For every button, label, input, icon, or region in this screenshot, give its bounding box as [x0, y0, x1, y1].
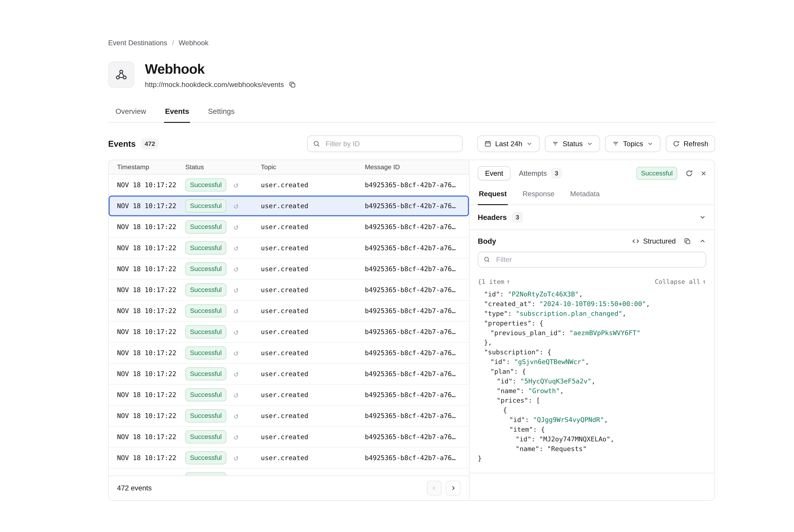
status-filter-label: Status [563, 140, 583, 148]
retry-icon[interactable]: ↺ [234, 412, 239, 420]
row-timestamp: NOV 18 10:17:22 [109, 391, 185, 399]
table-row[interactable]: NOV 18 10:17:22 Successful ↺ user.create… [109, 195, 469, 216]
event-tab[interactable]: Event [478, 166, 511, 180]
subtab-request[interactable]: Request [478, 185, 508, 205]
prev-page-button[interactable] [427, 481, 442, 495]
retry-icon[interactable]: ↺ [234, 433, 239, 441]
retry-icon[interactable]: ↺ [234, 265, 239, 273]
row-topic: user.created [261, 370, 365, 378]
retry-icon[interactable]: ↺ [234, 307, 239, 315]
row-topic: user.created [261, 412, 365, 420]
row-status-badge: Successful [185, 283, 226, 297]
close-panel-button[interactable]: × [701, 169, 706, 178]
retry-icon[interactable]: ↺ [234, 181, 239, 189]
json-viewer-lines: "id": "P2NoRtyZoTc46X3B","created_at": "… [478, 289, 706, 463]
row-status-cell: Successful ↺ [185, 346, 261, 359]
json-line: "created_at": "2024-10-10T09:15:50+00:00… [478, 299, 706, 309]
retry-icon[interactable]: ↺ [234, 454, 239, 462]
subtab-response[interactable]: Response [522, 185, 555, 205]
url-row: http://mock.hookdeck.com/webhooks/events [145, 81, 296, 89]
calendar-icon [484, 140, 491, 147]
structured-view-toggle[interactable]: Structured [632, 237, 676, 245]
row-topic: user.created [261, 286, 365, 294]
event-status-badge: Successful [636, 167, 677, 180]
row-timestamp: NOV 18 10:17:22 [109, 202, 185, 210]
time-range-filter-button[interactable]: Last 24h [477, 135, 540, 152]
table-row[interactable]: NOV 18 10:17:22 Successful ↺ user.create… [109, 343, 469, 364]
table-row[interactable]: NOV 18 10:17:22 Successful ↺ user.create… [109, 469, 469, 476]
body-filter-input[interactable] [478, 252, 706, 267]
retry-icon[interactable]: ↺ [234, 223, 239, 231]
tab-overview[interactable]: Overview [114, 102, 147, 122]
filter-icon [552, 140, 559, 147]
row-message-id: b4925365-b8cf-42b7-a76… [365, 244, 469, 252]
json-line: "properties": { [478, 319, 706, 328]
collapse-all-button[interactable]: Collapse all ↑ [655, 278, 706, 285]
row-timestamp: NOV 18 10:17:22 [109, 223, 185, 231]
headers-section-toggle[interactable]: Headers 3 [469, 205, 715, 230]
breadcrumb-parent[interactable]: Event Destinations [108, 39, 167, 47]
row-status-cell: Successful ↺ [185, 367, 261, 380]
row-status-badge: Successful [185, 388, 226, 401]
table-row[interactable]: NOV 18 10:17:22 Successful ↺ user.create… [109, 448, 469, 469]
json-line: "name": "Growth", [478, 386, 706, 396]
row-timestamp: NOV 18 10:17:22 [109, 286, 185, 294]
row-message-id: b4925365-b8cf-42b7-a76… [365, 328, 469, 336]
table-row[interactable]: NOV 18 10:17:22 Successful ↺ user.create… [109, 406, 469, 426]
table-row[interactable]: NOV 18 10:17:22 Successful ↺ user.create… [109, 280, 469, 301]
refresh-button[interactable]: Refresh [666, 135, 715, 152]
copy-icon [289, 81, 296, 88]
page-tabs: Overview Events Settings [108, 102, 715, 123]
row-status-cell: Successful ↺ [185, 262, 261, 276]
pagination [427, 481, 460, 495]
row-message-id: b4925365-b8cf-42b7-a76… [365, 265, 469, 273]
filter-by-id-input[interactable] [307, 135, 463, 152]
table-row[interactable]: NOV 18 10:17:22 Successful ↺ user.create… [109, 322, 469, 343]
retry-icon[interactable]: ↺ [234, 370, 239, 378]
json-line: } [478, 454, 706, 463]
table-row[interactable]: NOV 18 10:17:22 Successful ↺ user.create… [109, 426, 469, 448]
row-topic: user.created [261, 349, 365, 357]
json-line: { [478, 405, 706, 415]
row-message-id: b4925365-b8cf-42b7-a76… [365, 307, 469, 315]
table-row[interactable]: NOV 18 10:17:22 Successful ↺ user.create… [109, 385, 469, 406]
collapse-arrow-icon: ↑ [702, 278, 706, 285]
page-title: Webhook [145, 61, 296, 77]
row-message-id: b4925365-b8cf-42b7-a76… [365, 223, 469, 231]
copy-url-button[interactable] [289, 81, 296, 88]
row-timestamp: NOV 18 10:17:22 [109, 433, 185, 441]
retry-event-button[interactable] [685, 169, 693, 177]
retry-icon[interactable]: ↺ [234, 349, 239, 357]
table-row[interactable]: NOV 18 10:17:22 Successful ↺ user.create… [109, 301, 469, 322]
subtab-metadata[interactable]: Metadata [569, 185, 601, 205]
json-line: "item": { [478, 425, 706, 434]
breadcrumb-current[interactable]: Webhook [178, 39, 208, 47]
row-status-cell: Successful ↺ [185, 178, 261, 191]
retry-icon[interactable]: ↺ [234, 391, 239, 399]
table-row[interactable]: NOV 18 10:17:22 Successful ↺ user.create… [109, 364, 469, 384]
copy-body-button[interactable] [684, 238, 691, 245]
row-timestamp: NOV 18 10:17:22 [109, 265, 185, 273]
next-page-button[interactable] [446, 481, 460, 495]
column-topic: Topic [261, 163, 365, 171]
tab-events[interactable]: Events [164, 102, 190, 123]
json-items-toggle[interactable]: {1 item ↑ [478, 278, 510, 285]
json-line: "type": "subscription.plan_changed", [478, 309, 706, 319]
retry-icon[interactable]: ↺ [234, 286, 239, 294]
tab-settings[interactable]: Settings [207, 102, 235, 122]
retry-icon[interactable]: ↺ [234, 202, 239, 210]
topics-filter-button[interactable]: Topics [605, 135, 660, 152]
page-header-text: Webhook http://mock.hookdeck.com/webhook… [145, 61, 296, 89]
json-line: "prices": [ [478, 396, 706, 405]
retry-icon[interactable]: ↺ [234, 244, 239, 252]
table-row[interactable]: NOV 18 10:17:22 Successful ↺ user.create… [109, 217, 469, 238]
retry-icon[interactable]: ↺ [234, 328, 239, 336]
table-row[interactable]: NOV 18 10:17:22 Successful ↺ user.create… [109, 238, 469, 259]
collapse-body-button[interactable] [699, 238, 706, 245]
table-row[interactable]: NOV 18 10:17:22 Successful ↺ user.create… [109, 259, 469, 280]
attempts-tab[interactable]: Attempts 3 [519, 168, 562, 179]
table-row[interactable]: NOV 18 10:17:22 Successful ↺ user.create… [109, 175, 469, 195]
chevron-left-icon [431, 485, 438, 492]
row-topic: user.created [261, 328, 365, 336]
status-filter-button[interactable]: Status [545, 135, 600, 152]
